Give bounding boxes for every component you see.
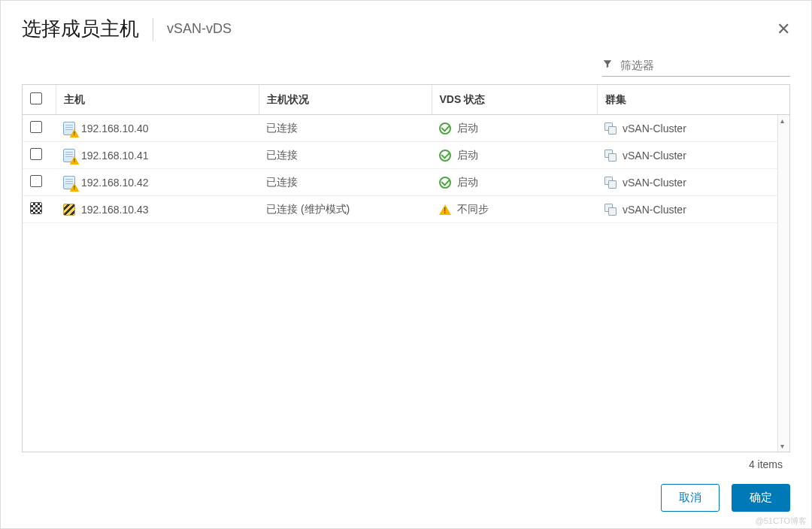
host-status-text: 已连接 [266, 176, 298, 188]
hosts-table: 主机 主机状况 VDS 状态 群集 192.168.10.40 已连接 启动 v… [23, 85, 789, 223]
modal-subtitle: vSAN-vDS [167, 21, 232, 37]
row-checkbox[interactable] [30, 121, 42, 133]
cluster-name: vSAN-Cluster [623, 204, 686, 216]
host-maintenance-icon [63, 204, 75, 216]
scroll-up-icon[interactable]: ▴ [780, 116, 784, 125]
item-count: 4 items [1, 452, 811, 473]
cluster-name: vSAN-Cluster [623, 122, 686, 135]
cluster-icon [604, 204, 617, 216]
host-ip: 192.168.10.40 [81, 122, 149, 135]
vds-status-text: 启动 [457, 149, 478, 162]
hosts-table-container: 主机 主机状况 VDS 状态 群集 192.168.10.40 已连接 启动 v… [22, 84, 790, 452]
row-checkbox[interactable] [30, 202, 42, 214]
host-ip: 192.168.10.42 [81, 177, 149, 189]
funnel-icon [602, 59, 613, 71]
table-row[interactable]: 192.168.10.43 已连接 (维护模式) 不同步 vSAN-Cluste… [23, 196, 789, 223]
col-cluster[interactable]: 群集 [597, 85, 789, 115]
select-member-hosts-modal: 选择成员主机 vSAN-vDS ✕ 主机 主机状况 VDS 状态 [0, 0, 812, 529]
scroll-down-icon[interactable]: ▾ [780, 442, 784, 450]
vds-status-text: 启动 [457, 122, 478, 135]
status-ok-icon [439, 122, 451, 135]
host-status-text: 已连接 [266, 149, 298, 161]
vds-status-text: 启动 [457, 176, 478, 189]
watermark: @51CTO博客 [756, 515, 807, 527]
host-status-text: 已连接 [266, 122, 298, 134]
row-checkbox[interactable] [30, 175, 42, 187]
filter-row [1, 51, 811, 84]
col-host[interactable]: 主机 [56, 85, 259, 115]
host-ip: 192.168.10.41 [81, 150, 149, 162]
cancel-button[interactable]: 取消 [661, 484, 720, 512]
row-checkbox[interactable] [30, 148, 42, 160]
status-ok-icon [439, 177, 451, 189]
host-warning-icon [63, 122, 75, 135]
modal-title: 选择成员主机 [22, 16, 139, 42]
title-divider [153, 18, 153, 41]
filter-input[interactable] [620, 57, 790, 73]
col-host-status[interactable]: 主机状况 [259, 85, 432, 115]
status-ok-icon [439, 150, 451, 162]
select-all-checkbox[interactable] [30, 92, 42, 104]
table-row[interactable]: 192.168.10.40 已连接 启动 vSAN-Cluster [23, 115, 789, 142]
filter-box[interactable] [602, 57, 790, 77]
table-row[interactable]: 192.168.10.41 已连接 启动 vSAN-Cluster [23, 142, 789, 169]
cluster-icon [604, 177, 617, 189]
modal-buttons: 取消 确定 [1, 473, 811, 528]
cluster-icon [604, 150, 617, 162]
vds-status-text: 不同步 [457, 203, 489, 216]
table-header-row: 主机 主机状况 VDS 状态 群集 [23, 85, 789, 115]
host-warning-icon [63, 149, 75, 162]
vertical-scrollbar[interactable]: ▴ ▾ [777, 115, 789, 452]
close-icon[interactable]: ✕ [777, 21, 790, 38]
cluster-icon [604, 122, 617, 135]
select-all-header [23, 85, 56, 115]
ok-button[interactable]: 确定 [732, 484, 790, 512]
host-warning-icon [63, 176, 75, 189]
cluster-name: vSAN-Cluster [623, 177, 686, 189]
cluster-name: vSAN-Cluster [623, 150, 686, 162]
modal-header: 选择成员主机 vSAN-vDS ✕ [1, 1, 811, 51]
col-vds-status[interactable]: VDS 状态 [432, 85, 597, 115]
host-status-text: 已连接 (维护模式) [266, 203, 350, 215]
host-ip: 192.168.10.43 [81, 204, 149, 216]
status-warning-icon [439, 204, 451, 215]
table-row[interactable]: 192.168.10.42 已连接 启动 vSAN-Cluster [23, 169, 789, 196]
